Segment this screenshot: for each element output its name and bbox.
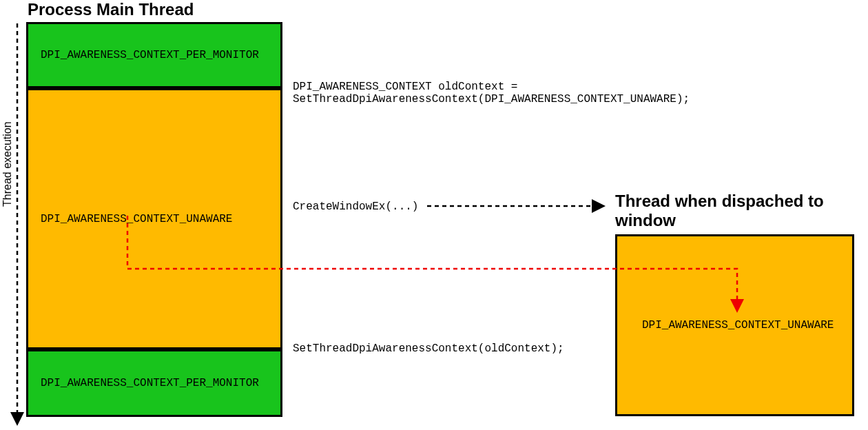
- block-label: DPI_AWARENESS_CONTEXT_PER_MONITOR: [41, 49, 259, 61]
- annotation-set-context-2: SetThreadDpiAwarenessContext(oldContext)…: [293, 342, 564, 355]
- block-label: DPI_AWARENESS_CONTEXT_UNAWARE: [642, 319, 834, 331]
- block-per-monitor-bottom: DPI_AWARENESS_CONTEXT_PER_MONITOR: [26, 349, 282, 417]
- left-title: Process Main Thread: [28, 0, 194, 19]
- block-label: DPI_AWARENESS_CONTEXT_UNAWARE: [41, 213, 232, 225]
- block-unaware-middle: DPI_AWARENESS_CONTEXT_UNAWARE: [26, 88, 282, 349]
- annotation-create-window: CreateWindowEx(...): [293, 201, 418, 213]
- right-title: Thread when dispached to window: [615, 192, 849, 229]
- thread-execution-label: Thread execution: [1, 121, 14, 207]
- block-label: DPI_AWARENESS_CONTEXT_PER_MONITOR: [41, 377, 259, 389]
- block-unaware-right: DPI_AWARENESS_CONTEXT_UNAWARE: [615, 234, 854, 416]
- annotation-set-context-1: DPI_AWARENESS_CONTEXT oldContext = SetTh…: [293, 81, 690, 105]
- block-per-monitor-top: DPI_AWARENESS_CONTEXT_PER_MONITOR: [26, 22, 282, 88]
